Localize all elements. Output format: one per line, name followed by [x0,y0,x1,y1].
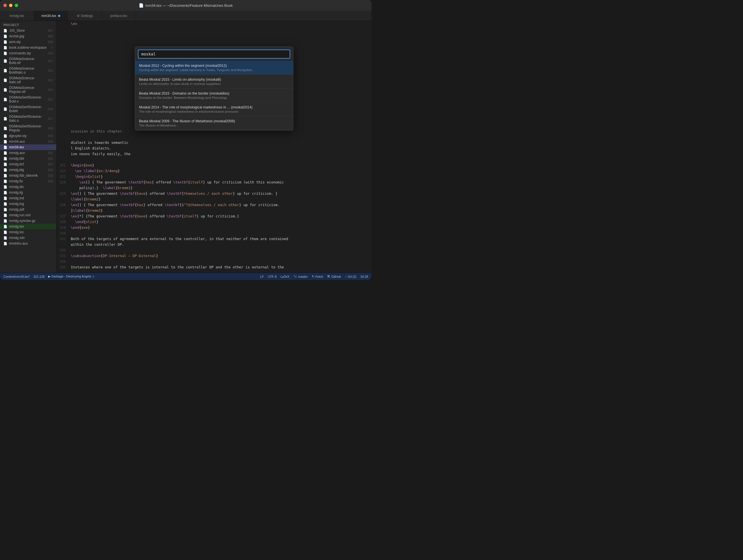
autocomplete-dropdown[interactable]: Moskal 2012 - Cycling within the segment… [135,46,293,131]
tab-mmdg-tex[interactable]: mmdg.tex [0,11,34,21]
file-icon: 📄 [3,127,7,130]
editor-line: within the controller DP. [57,242,372,248]
minimize-button[interactable] [9,4,12,7]
file-icon: 📄 [3,185,7,189]
close-button[interactable] [3,4,7,7]
status-branch[interactable]: ⌥ master [293,274,308,278]
editor-line: ive nouns fairly easily, the [57,151,372,157]
autocomplete-search-input[interactable] [138,49,290,58]
statusbar-left: Content/mm34.tex* 321:126 ▶ Garbage - De… [3,274,95,278]
file-icon: 📄 [3,40,7,44]
sidebar-item-mmdg-pdf[interactable]: 📄 mmdg.pdf [0,207,56,212]
sidebar-item-dgmetaserif-italic[interactable]: 📄 DGMetaSerifScience-Italic.o 317 [0,114,56,123]
autocomplete-item-moskal2009[interactable]: Beata Moskal 2009 - The Illusion of Meta… [135,116,293,130]
tab-bar: mmdg.tex mm34.tex ⚙ Settings preface.tex [0,11,372,21]
sidebar-item-mm34-tex[interactable]: 📄 mm34.tex + [0,144,56,150]
sidebar-item-book-workspace[interactable]: 📄 book.sublime-workspace + [0,45,56,50]
tab-settings[interactable]: ⚙ Settings [68,11,102,21]
editor-line: l English dialects. [57,145,372,151]
file-icon: 📄 [3,69,7,73]
sidebar-item-mm34-aux[interactable]: 📄 mm34.aux 320 [0,139,56,144]
maximize-button[interactable] [15,4,18,7]
sidebar-item-dgmeta-regular[interactable]: 📄 DGMetaScience-Regular.otf 314 [0,85,56,94]
file-icon: 📄 [3,140,7,143]
autocomplete-item-moskalli[interactable]: Beata Moskal 2015 - Limits on allomorphy… [135,75,293,89]
editor-line: dialect is towards semantic [57,140,372,145]
sidebar-item-mmdg-run[interactable]: 📄 mmdg.run.xml [0,212,56,218]
sidebar-item-ds-store[interactable]: 📄 .DS_Store 307 [0,28,56,33]
file-icon: 📄 [3,163,7,166]
editor-line: 328 \end{xlist} [57,219,372,225]
sidebar-item-mmdg-ilg[interactable]: 📄 mmdg.ilg [0,190,56,196]
sidebar-item-mmintro-aux[interactable]: 📄 mmintro.aux [0,241,56,246]
sidebar-item-mmdg-blg[interactable]: 📄 mmdg.blg 324 [0,167,56,173]
autocomplete-item-subtitle: Limits on allomorphy: A case-study in no… [139,82,289,86]
editor-line: \label{bremm2} [57,197,372,202]
modified-dot [58,15,60,17]
sidebar-item-dgmeta-italic[interactable]: 📄 DGMetaScience-Italic.otf 313 [0,75,56,85]
sidebar: Project 📄 .DS_Store 307 📄 Archie.jpg 308… [0,21,57,273]
sidebar-item-mmdg-fdb[interactable]: 📄 mmdg.fdb_latexmk 325 [0,173,56,178]
sidebar-item-dgmetaserif-bolditalic[interactable]: 📄 DGMetaSerifScience-BoldIt 316 [0,104,56,114]
file-icon: 📄 [3,117,7,121]
sidebar-item-mmdg-toc[interactable]: 📄 mmdg.toc [0,229,56,235]
sidebar-item-dgmetaserif-bold[interactable]: 📄 DGMetaSerifScience-Bold.o 315 [0,94,56,104]
file-icon: 📄 [3,59,7,63]
sidebar-item-mmdg-aux[interactable]: 📄 mmdg.aux 321 [0,150,56,156]
sidebar-item-dgruyter[interactable]: 📄 dgruyter.sty 319 [0,133,56,139]
autocomplete-item-title: Moskal 2014 - The role of morphological … [139,105,289,109]
sidebar-item-dgmeta-bolditalic[interactable]: 📄 DGMetaScience-BoldItalic.o 312 [0,66,56,75]
sidebar-item-mmdg-ind[interactable]: 📄 mmdg.ind [0,196,56,201]
file-icon: 📄 [3,51,7,55]
sidebar-item-archie[interactable]: 📄 Archie.jpg 308 [0,33,56,39]
file-icon: 📄 [3,145,7,149]
sidebar-item-mmdg-xdv[interactable]: 📄 mmdg.xdv [0,235,56,241]
sidebar-item-mmdg-bbl[interactable]: 📄 mmdg.bbl 322 [0,156,56,161]
sidebar-item-mmdg-log[interactable]: 📄 mmdg.log [0,201,56,207]
autocomplete-input-wrap [135,47,293,61]
file-icon: 📄 [3,174,7,177]
status-task: ▶ Garbage - Destroying Angels ♫ [48,274,95,278]
status-language[interactable]: LaTeX [280,275,290,278]
statusbar: Content/mm34.tex* 321:126 ▶ Garbage - De… [0,273,372,280]
sidebar-item-dgmeta-bold[interactable]: 📄 DGMetaScience-Bold.otf 311 [0,56,56,66]
editor-line: 321 \begin{exe} [57,163,372,168]
sidebar-item-mmdg-tex[interactable]: 📄 mmdg.tex [0,224,56,229]
file-icon: 📄 [3,191,7,195]
editor-line: 333 \subsubsection{DP-Internal — DP-Exte… [57,253,372,259]
editor-line: \ex [57,21,372,27]
status-github[interactable]: ⌘ GitHub [327,274,341,278]
sidebar-item-mmdg-synctex[interactable]: 📄 mmdg.synctex.gz [0,218,56,224]
traffic-lights [3,4,18,7]
tab-mm34-tex[interactable]: mm34.tex [34,11,68,21]
sidebar-item-mmdg-bcf[interactable]: 📄 mmdg.bcf 323 [0,161,56,167]
sidebar-header: Project [0,21,56,28]
window-title: 📄 mm34.tex — ~/Documents/Feature Mismatc… [139,3,233,8]
status-git-changes[interactable]: ↑ Git (2) [345,275,356,278]
status-lf[interactable]: LF [260,275,264,278]
editor-line: 327 \ex[*] {The government \textbf{have}… [57,213,372,219]
file-icon: 📄 [3,230,7,234]
status-fetch[interactable]: ↻ Fetch [312,274,323,278]
autocomplete-item-title: Moskal 2012 - Cycling within the segment… [139,64,289,68]
file-icon: 📄 [3,225,7,228]
autocomplete-item-subtitle: Cycling within the segment: Labial harmo… [139,68,289,72]
file-icon: 📄 [139,3,143,8]
editor-line: }\label{bremm3} [57,208,372,213]
file-icon: 📄 [3,35,7,38]
autocomplete-item-moskal2012[interactable]: Moskal 2012 - Cycling within the segment… [135,61,293,75]
autocomplete-item-title: Beata Moskal 2015 - Domains on the borde… [139,91,289,95]
sidebar-item-dgmetaserif-regular[interactable]: 📄 DGMetaSerifScience-Regula 318 [0,123,56,133]
sidebar-item-avm[interactable]: 📄 avm.sty 309 [0,39,56,45]
autocomplete-list: Moskal 2012 - Cycling within the segment… [135,61,293,130]
autocomplete-item-moskal2014[interactable]: Moskal 2014 - The role of morphological … [135,102,293,116]
sidebar-item-mmdg-fls[interactable]: 📄 mmdg.fls 326 [0,178,56,184]
sidebar-item-mmdg-idx[interactable]: 📄 mmdg.idx [0,184,56,190]
autocomplete-item-title: Beata Moskal 2009 - The Illusion of Meta… [139,119,289,123]
editor-line: 324 \ex[] { The government \textbf{has} … [57,179,372,185]
sidebar-item-commands-sty[interactable]: 📄 commands.sty 310 [0,50,56,56]
status-utf[interactable]: UTF-8 [268,275,277,278]
tab-preface-tex[interactable]: preface.tex [102,11,136,21]
editor-line: 325 \ex[] { The government \textbf{have}… [57,191,372,197]
autocomplete-item-moskaldiss[interactable]: Beata Moskal 2015 - Domains on the borde… [135,89,293,102]
